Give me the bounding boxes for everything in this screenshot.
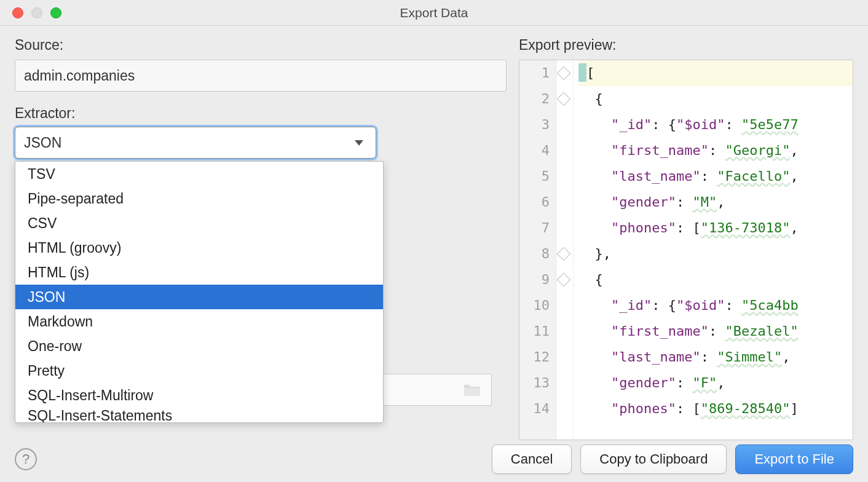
extractor-selected-value: JSON [24,135,61,151]
extractor-option[interactable]: Pretty [15,358,383,383]
extractor-option[interactable]: One-row [15,334,383,358]
left-pane: Source: admin.companies Extractor: JSON … [15,37,507,440]
extractor-option[interactable]: JSON [15,285,383,309]
extractor-option[interactable]: HTML (groovy) [15,235,383,260]
export-to-file-button[interactable]: Export to File [735,444,853,474]
dialog-footer: ? Cancel Copy to Clipboard Export to Fil… [0,440,868,482]
code-area[interactable]: [ { "_id": {"$oid": "5e5e77 "first_name"… [574,60,853,440]
fold-handle-icon[interactable] [557,247,571,261]
line-number-gutter: 1234567891011121314 [519,60,556,440]
extractor-select[interactable]: JSON [15,127,376,159]
extractor-label: Extractor: [15,105,507,122]
titlebar: Export Data [0,0,868,26]
source-label: Source: [15,37,507,53]
source-value: admin.companies [24,68,135,84]
zoom-window-button[interactable] [50,7,61,18]
extractor-option[interactable]: Markdown [15,309,383,334]
extractor-option[interactable]: Pipe-separated [15,186,383,211]
fold-handle-icon[interactable] [557,92,571,106]
extractor-option[interactable]: SQL-Insert-Statements [15,408,383,422]
extractor-dropdown[interactable]: TSVPipe-separatedCSVHTML (groovy)HTML (j… [15,161,384,423]
fold-handle-icon[interactable] [557,66,571,81]
preview-label: Export preview: [519,37,853,53]
help-button[interactable]: ? [15,448,37,470]
folder-icon [463,382,481,397]
fold-column [556,60,574,440]
close-window-button[interactable] [12,7,23,18]
window-controls [0,7,61,18]
extractor-option[interactable]: SQL-Insert-Multirow [15,383,383,408]
cancel-button[interactable]: Cancel [492,444,572,474]
window-title: Export Data [0,6,868,20]
fold-handle-icon[interactable] [557,273,571,287]
extractor-option[interactable]: TSV [15,162,383,186]
extractor-option[interactable]: HTML (js) [15,260,383,285]
copy-to-clipboard-button[interactable]: Copy to Clipboard [580,444,727,474]
minimize-window-button [31,7,42,18]
help-icon: ? [22,451,30,467]
extractor-option[interactable]: CSV [15,211,383,235]
export-data-dialog: Export Data Source: admin.companies Extr… [0,0,868,482]
export-preview-editor[interactable]: 1234567891011121314 [ { "_id": {"$oid": … [519,60,853,440]
source-field[interactable]: admin.companies [15,60,507,92]
right-pane: Export preview: 1234567891011121314 [ { … [519,37,853,440]
chevron-down-icon [355,140,363,146]
